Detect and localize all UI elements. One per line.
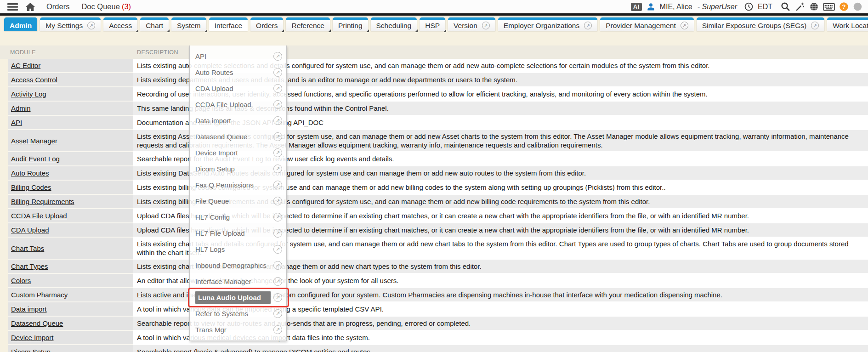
external-link-icon[interactable]: ↗ [273, 197, 282, 205]
module-link-ac-editor[interactable]: AC Editor [11, 62, 40, 69]
tab-employer-organizations[interactable]: Employer Organizations↗ [498, 17, 597, 31]
timezone-label[interactable]: EDT [758, 3, 772, 11]
menu-item-dicom-setup[interactable]: Dicom Setup↗ [190, 161, 286, 177]
external-link-icon[interactable]: ↗ [87, 22, 95, 29]
module-link-api[interactable]: API [11, 119, 22, 126]
external-link-icon[interactable]: ↗ [273, 165, 282, 173]
external-link-icon[interactable]: ↗ [273, 52, 282, 61]
menu-item-device-import[interactable]: Device Import↗ [190, 145, 286, 161]
module-link-colors[interactable]: Colors [11, 277, 31, 284]
tab-label: My Settings [45, 22, 83, 30]
tab-system[interactable]: System [171, 17, 206, 31]
keyboard-icon[interactable] [823, 2, 835, 11]
tab-admin[interactable]: Admin [4, 17, 37, 31]
menu-item-api[interactable]: API↗ [190, 48, 286, 64]
external-link-icon[interactable]: ↗ [273, 181, 282, 189]
menu-item-luna-audio-upload[interactable]: Luna Audio Upload↗ [190, 290, 286, 306]
breadcrumb-orders[interactable]: Orders [46, 2, 69, 11]
external-link-icon[interactable]: ↗ [273, 277, 282, 286]
table-row: Billing CodesLists existing billing code… [0, 181, 868, 195]
external-link-icon[interactable]: ↗ [273, 68, 282, 77]
tab-similar-exposure-groups-segs[interactable]: Similar Exposure Groups (SEGs)↗ [697, 17, 824, 31]
module-link-asset-manager[interactable]: Asset Manager [11, 137, 57, 145]
menu-item-inbound-demographics[interactable]: Inbound Demographics↗ [190, 257, 286, 273]
external-link-icon[interactable]: ↗ [273, 116, 282, 125]
external-link-icon[interactable]: ↗ [273, 148, 282, 157]
breadcrumb-doc-queue[interactable]: Doc Queue(3) [81, 2, 131, 11]
module-link-billing-codes[interactable]: Billing Codes [11, 183, 51, 191]
external-link-icon[interactable]: ↗ [273, 84, 282, 93]
module-description-text: Searchable report to view for auto-route… [137, 319, 471, 328]
module-link-billing-requirements[interactable]: Billing Requirements [11, 198, 74, 205]
external-link-icon[interactable]: ↗ [273, 229, 282, 238]
menu-item-label: Device Import [195, 149, 273, 157]
external-link-icon[interactable]: ↗ [273, 261, 282, 270]
module-link-activity-log[interactable]: Activity Log [11, 90, 46, 98]
external-link-icon[interactable]: ↗ [482, 22, 490, 29]
module-link-chart-tabs[interactable]: Chart Tabs [11, 244, 44, 252]
module-link-cda-upload[interactable]: CDA Upload [11, 226, 49, 234]
external-link-icon[interactable]: ↗ [273, 132, 282, 141]
menu-item-interface-manager[interactable]: Interface Manager↗ [190, 273, 286, 290]
magic-wand-icon[interactable] [795, 2, 805, 12]
module-link-auto-routes[interactable]: Auto Routes [11, 169, 49, 177]
menu-item-label: Dicom Setup [195, 165, 273, 173]
tab-hsp[interactable]: HSP [420, 17, 445, 31]
menu-item-hl7-logs[interactable]: HL7 Logs↗ [190, 241, 286, 257]
tab-access[interactable]: Access [103, 17, 137, 31]
table-row: ColorsAn editor that allows the colors t… [0, 274, 868, 288]
module-link-datasend-queue[interactable]: Datasend Queue [11, 319, 63, 327]
user-name[interactable]: MIE, Alice [660, 3, 692, 11]
tab-reference[interactable]: Reference [286, 17, 330, 31]
tab-scheduling[interactable]: Scheduling [371, 17, 417, 31]
module-link-access-control[interactable]: Access Control [11, 76, 57, 84]
module-link-admin[interactable]: Admin [11, 104, 31, 112]
admin-content: MODULE DESCRIPTION AC EditorLists existi… [0, 45, 868, 352]
tab-orders[interactable]: Orders [250, 17, 283, 31]
menu-item-cda-upload[interactable]: CDA Upload↗ [190, 80, 286, 97]
tab-version[interactable]: Version↗ [448, 17, 495, 31]
external-link-icon[interactable]: ↗ [273, 293, 282, 302]
external-link-icon[interactable]: ↗ [273, 245, 282, 254]
status-circle-icon[interactable] [853, 2, 862, 11]
module-link-device-import[interactable]: Device Import [11, 334, 54, 341]
external-link-icon[interactable]: ↗ [273, 309, 282, 318]
tab-my-settings[interactable]: My Settings↗ [40, 17, 101, 31]
external-link-icon[interactable]: ↗ [811, 22, 819, 29]
home-icon[interactable] [25, 2, 35, 11]
menu-item-hl7-file-upload[interactable]: HL7 File Upload↗ [190, 225, 286, 241]
tab-work-locations[interactable]: Work Locations↗ [827, 17, 868, 31]
help-icon[interactable]: ? [839, 2, 849, 11]
external-link-icon[interactable]: ↗ [681, 22, 688, 29]
menu-item-trans-mgr[interactable]: Trans Mgr↗ [190, 322, 286, 338]
external-link-icon[interactable]: ↗ [273, 213, 282, 221]
module-link-chart-types[interactable]: Chart Types [11, 262, 48, 270]
menu-item-hl7-config[interactable]: HL7 Config↗ [190, 209, 286, 225]
module-link-custom-pharmacy[interactable]: Custom Pharmacy [11, 291, 68, 299]
module-link-audit-event-log[interactable]: Audit Event Log [11, 155, 60, 163]
menu-item-file-queue[interactable]: File Queue↗ [190, 193, 286, 209]
tab-provider-management[interactable]: Provider Management↗ [600, 17, 694, 31]
tab-printing[interactable]: Printing [333, 17, 368, 31]
globe-icon[interactable] [809, 2, 819, 11]
tab-interface[interactable]: Interface [209, 17, 248, 31]
menu-item-auto-routes[interactable]: Auto Routes↗ [190, 64, 286, 80]
menu-item-fax-q-permissions[interactable]: Fax Q Permissions↗ [190, 177, 286, 193]
external-link-icon[interactable]: ↗ [273, 100, 282, 109]
module-link-data-import[interactable]: Data import [11, 305, 47, 313]
menu-item-datasend-queue[interactable]: Datasend Queue↗ [190, 129, 286, 145]
user-icon[interactable] [646, 2, 656, 11]
external-link-icon[interactable]: ↗ [273, 325, 282, 334]
menu-item-ccda-file-upload[interactable]: CCDA File Upload↗ [190, 97, 286, 113]
ai-badge[interactable]: AI [631, 3, 642, 11]
menu-item-refer-to-systems[interactable]: Refer to Systems↗ [190, 306, 286, 322]
menu-item-label: Datasend Queue [195, 133, 273, 141]
module-link-ccda-file-upload[interactable]: CCDA File Upload [11, 212, 67, 220]
menu-item-data-import[interactable]: Data import↗ [190, 113, 286, 129]
external-link-icon[interactable]: ↗ [584, 22, 592, 29]
module-link-dicom-setup[interactable]: Dicom Setup [11, 348, 51, 352]
search-icon[interactable] [780, 1, 791, 12]
hamburger-menu-icon[interactable] [7, 3, 18, 11]
tab-chart[interactable]: Chart [140, 17, 169, 31]
clock-icon[interactable] [744, 2, 754, 11]
